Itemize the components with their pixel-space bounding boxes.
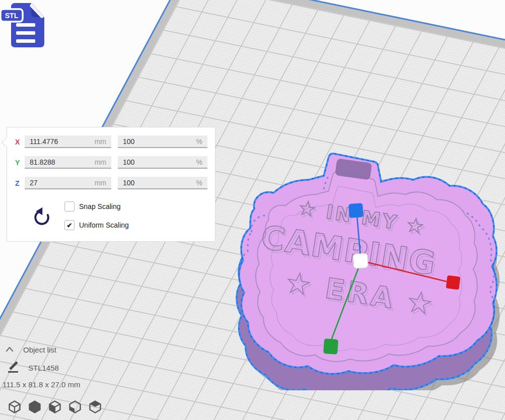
x-percent-input[interactable]: 100 % — [118, 135, 207, 148]
y-axis-label: Y — [15, 156, 20, 170]
x-size-input[interactable]: 111.4776 mm — [25, 135, 111, 148]
x-scale-handle[interactable] — [446, 275, 461, 290]
uniform-scaling-row: ✔ Uniform Scaling — [64, 220, 129, 230]
model-dimensions-label: 111.5 x 81.8 x 27.0 mm — [3, 380, 81, 389]
reset-scale-button[interactable] — [31, 205, 51, 227]
view-cube-solid-icon[interactable] — [27, 399, 42, 414]
snap-scaling-checkbox[interactable] — [64, 201, 75, 212]
z-axis-label: Z — [15, 177, 20, 190]
3d-viewport[interactable]: ★ IN MY ★ CAMPING ★ ERA ★ ★ IN MY ★ CAMP… — [0, 0, 505, 420]
y-size-input[interactable]: 81.8288 mm — [25, 156, 111, 169]
z-size-input[interactable]: 27 mm — [25, 177, 111, 189]
chevron-up-icon[interactable] — [6, 346, 14, 352]
checkmark-icon: ✔ — [67, 222, 73, 229]
x-axis-label: X — [15, 135, 20, 149]
z-percent-unit: % — [196, 177, 202, 188]
z-scale-handle[interactable] — [348, 203, 364, 218]
x-size-unit: mm — [95, 135, 106, 147]
object-list-title[interactable]: Object list — [23, 345, 56, 354]
snap-scaling-row: Snap Scaling — [64, 201, 121, 212]
edit-pencil-icon[interactable] — [7, 361, 20, 374]
stl-file-icon: STL — [0, 1, 46, 49]
freshie-mold-model[interactable]: ★ IN MY ★ CAMPING ★ ERA ★ ★ IN MY ★ CAMP… — [237, 154, 496, 390]
scale-row-z: Z 27 mm 100 % — [7, 177, 215, 190]
scale-row-y: Y 81.8288 mm 100 % — [7, 156, 215, 170]
view-cube-wireframe-icon[interactable] — [7, 399, 22, 414]
stl-badge-label: STL — [5, 12, 19, 20]
view-cube-top-face-icon[interactable] — [88, 399, 103, 414]
view-cube-corner-icon[interactable] — [67, 399, 83, 414]
scale-row-x: X 111.4776 mm 100 % — [7, 135, 215, 149]
view-cube-left-face-icon[interactable] — [47, 399, 62, 414]
z-size-unit: mm — [95, 177, 106, 188]
view-mode-toolbar — [7, 399, 103, 414]
uniform-scaling-checkbox[interactable]: ✔ — [64, 220, 75, 230]
z-percent-input[interactable]: 100 % — [118, 177, 207, 189]
uniform-scaling-label: Uniform Scaling — [79, 221, 129, 229]
y-scale-handle[interactable] — [323, 338, 338, 355]
object-item-name[interactable]: STL1458 — [28, 364, 59, 372]
model-canvas: ★ IN MY ★ CAMPING ★ ERA ★ ★ IN MY ★ CAMP… — [214, 149, 505, 390]
y-size-unit: mm — [95, 156, 106, 168]
y-percent-input[interactable]: 100 % — [118, 156, 207, 169]
x-percent-unit: % — [196, 135, 202, 147]
snap-scaling-label: Snap Scaling — [79, 202, 121, 211]
y-percent-unit: % — [196, 156, 202, 168]
center-scale-handle[interactable] — [353, 253, 368, 268]
scale-tool-panel: X 111.4776 mm 100 % Y 81.8288 mm 100 % Z — [7, 127, 215, 242]
